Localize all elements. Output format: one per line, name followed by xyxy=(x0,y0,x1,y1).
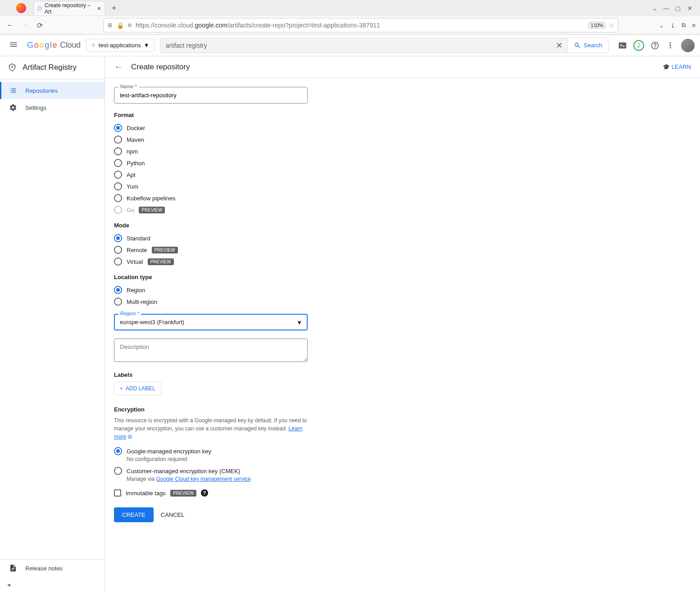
help-icon xyxy=(650,41,659,50)
radio-label: Maven xyxy=(127,136,144,143)
list-icon xyxy=(9,86,17,95)
browser-tab[interactable]: ⬡ Create repository – Art ✕ xyxy=(33,1,105,15)
collapse-sidebar-button[interactable]: ◂ xyxy=(0,577,105,592)
tab-favicon: ⬡ xyxy=(37,5,42,11)
browser-chrome: ⬡ Create repository – Art ✕ + ⌄ — ▢ ✕ ← … xyxy=(0,0,700,35)
radio-cmek[interactable]: Customer-managed encryption key (CMEK) xyxy=(114,465,308,477)
release-notes-label: Release notes xyxy=(25,565,63,572)
back-icon[interactable]: ← xyxy=(5,19,15,31)
google-key-sub: No configuration required xyxy=(127,456,308,462)
minimize-icon[interactable]: — xyxy=(663,5,669,11)
forward-icon: → xyxy=(20,19,31,31)
help-button[interactable] xyxy=(650,41,659,50)
lock-icon[interactable]: 🔒 xyxy=(117,22,124,29)
browser-tab-bar: ⬡ Create repository – Art ✕ + ⌄ — ▢ ✕ xyxy=(0,0,700,16)
radio-format-maven[interactable]: Maven xyxy=(114,134,308,145)
radio-format-go: GoPREVIEW xyxy=(114,204,308,216)
radio-format-kubeflow-pipelines[interactable]: Kubeflow pipelines xyxy=(114,192,308,204)
avatar[interactable] xyxy=(681,39,695,52)
chevron-down-icon[interactable]: ⌄ xyxy=(651,5,658,11)
cloud-shell-button[interactable] xyxy=(618,41,627,50)
app-menu-icon[interactable]: ≡ xyxy=(692,22,695,29)
chevron-left-icon: ◂ xyxy=(7,581,10,588)
radio-format-npm[interactable]: npm xyxy=(114,145,308,157)
cancel-button[interactable]: CANCEL xyxy=(161,511,185,518)
radio-icon xyxy=(114,258,122,266)
radio-icon xyxy=(114,159,122,167)
zoom-badge[interactable]: 110% xyxy=(588,22,605,29)
sidebar-item-repositories[interactable]: Repositories xyxy=(0,82,105,99)
sidebar: Artifact Registry Repositories Settings … xyxy=(0,56,105,592)
immutable-tags-label: Immutable tags xyxy=(126,490,166,497)
region-select[interactable]: europe-west3 (Frankfurt) xyxy=(114,314,308,330)
radio-mode-standard[interactable]: Standard xyxy=(114,232,308,244)
add-label-button[interactable]: + ADD LABEL xyxy=(114,382,161,395)
url-bar[interactable]: ⛨ 🔒 ⚙ https://console.cloud.google.com/a… xyxy=(103,18,618,32)
form-actions: CREATE CANCEL xyxy=(114,507,308,522)
immutable-tags-checkbox[interactable] xyxy=(114,489,121,497)
search-box: artifact registry ✕ Search xyxy=(160,38,609,53)
browser-nav-bar: ← → ⟳ ⛨ 🔒 ⚙ https://console.cloud.google… xyxy=(0,16,700,34)
close-icon[interactable]: ✕ xyxy=(97,5,101,12)
preview-badge: PREVIEW xyxy=(152,247,178,253)
project-picker[interactable]: ⁘ test-applications ▼ xyxy=(86,39,155,52)
search-input[interactable]: artifact registry xyxy=(160,42,551,49)
back-button[interactable]: ← xyxy=(114,62,123,72)
bookmark-star-icon[interactable]: ☆ xyxy=(609,22,614,29)
radio-format-docker[interactable]: Docker xyxy=(114,122,308,134)
location-type-heading: Location type xyxy=(114,274,308,280)
dropdown-arrow-icon: ▼ xyxy=(144,42,150,49)
sidebar-item-label: Repositories xyxy=(25,87,58,94)
learn-button[interactable]: 🎓 LEARN xyxy=(663,63,691,70)
description-input[interactable] xyxy=(114,339,308,362)
format-heading: Format xyxy=(114,112,308,118)
radio-icon xyxy=(114,467,122,475)
radio-format-python[interactable]: Python xyxy=(114,157,308,169)
more-vert-icon xyxy=(666,41,675,50)
release-notes-link[interactable]: Release notes xyxy=(0,560,105,577)
create-button[interactable]: CREATE xyxy=(114,507,154,522)
radio-label: Apt xyxy=(127,172,136,178)
radio-location-type-region[interactable]: Region xyxy=(114,284,308,296)
svg-point-0 xyxy=(11,66,13,68)
radio-icon xyxy=(114,171,122,179)
extensions-icon[interactable]: ⧉ xyxy=(682,22,686,29)
encryption-heading: Encryption xyxy=(114,406,308,413)
close-window-icon[interactable]: ✕ xyxy=(686,5,693,11)
permissions-icon[interactable]: ⚙ xyxy=(127,23,132,28)
hamburger-icon xyxy=(9,40,18,49)
radio-format-apt[interactable]: Apt xyxy=(114,169,308,181)
maximize-icon[interactable]: ▢ xyxy=(675,5,681,11)
tab-title: Create repository – Art xyxy=(45,2,94,15)
shield-icon[interactable]: ⛨ xyxy=(107,22,113,29)
nav-menu-button[interactable] xyxy=(5,36,22,54)
kms-link[interactable]: Google Cloud key management service xyxy=(156,476,250,482)
radio-mode-virtual[interactable]: VirtualPREVIEW xyxy=(114,256,308,267)
help-tooltip-icon[interactable]: ? xyxy=(201,489,208,497)
radio-icon xyxy=(114,298,122,306)
product-title: Artifact Registry xyxy=(23,63,77,72)
cmek-sub: Manage via Google Cloud key management s… xyxy=(127,476,308,482)
url-text: https://console.cloud.google.com/artifac… xyxy=(136,22,585,29)
new-tab-button[interactable]: + xyxy=(108,4,120,13)
google-cloud-logo[interactable]: Google Cloud xyxy=(27,41,81,50)
immutable-tags-row: Immutable tags PREVIEW ? xyxy=(114,488,308,498)
downloads-icon[interactable]: ⤓ xyxy=(670,22,675,29)
name-input[interactable] xyxy=(114,87,308,104)
pocket-icon[interactable]: ⌄ xyxy=(659,22,664,29)
mode-heading: Mode xyxy=(114,222,308,229)
reload-icon[interactable]: ⟳ xyxy=(35,19,45,32)
radio-google-managed-key[interactable]: Google-managed encryption key xyxy=(114,445,308,457)
radio-format-yum[interactable]: Yum xyxy=(114,181,308,192)
search-icon xyxy=(574,42,581,49)
notifications-badge[interactable]: 2 xyxy=(633,40,644,51)
radio-mode-remote[interactable]: RemotePREVIEW xyxy=(114,244,308,256)
clear-search-icon[interactable]: ✕ xyxy=(551,41,567,50)
radio-label: Standard xyxy=(127,235,150,242)
radio-location-type-multi-region[interactable]: Multi-region xyxy=(114,296,308,307)
search-button[interactable]: Search xyxy=(567,38,609,53)
sidebar-item-settings[interactable]: Settings xyxy=(0,99,105,116)
more-button[interactable] xyxy=(666,41,675,50)
page-title: Create repository xyxy=(131,63,190,72)
radio-label: Virtual xyxy=(127,258,143,265)
